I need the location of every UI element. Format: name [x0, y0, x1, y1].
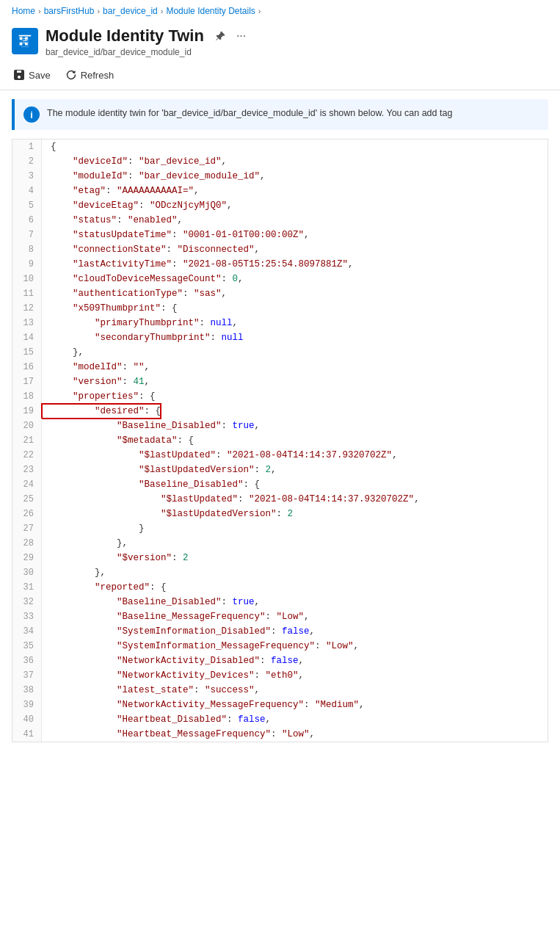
code-line: 29 "$version": 2: [12, 551, 548, 565]
line-number: 21: [12, 433, 42, 448]
info-text: The module identity twin for 'bar_device…: [47, 106, 452, 120]
line-number: 19: [12, 404, 42, 419]
code-editor[interactable]: 1{2 "deviceId": "bar_device_id",3 "modul…: [12, 139, 548, 742]
code-line: 23 "$lastUpdatedVersion": 2,: [12, 463, 548, 477]
line-content: "etag": "AAAAAAAAAAI=",: [42, 184, 200, 198]
line-number: 9: [12, 257, 42, 272]
code-line: 6 "status": "enabled",: [12, 213, 548, 228]
line-content: "SystemInformation_Disabled": false,: [42, 624, 315, 639]
breadcrumb-device[interactable]: bar_device_id: [103, 6, 158, 16]
line-number: 23: [12, 463, 42, 477]
save-button[interactable]: Save: [12, 66, 52, 84]
line-content: },: [42, 345, 84, 360]
breadcrumb-hub[interactable]: barsFirstHub: [44, 6, 95, 16]
code-line: 9 "lastActivityTime": "2021-08-05T15:25:…: [12, 257, 548, 272]
line-content: "deviceId": "bar_device_id",: [42, 154, 227, 169]
line-number: 15: [12, 345, 42, 360]
line-number: 24: [12, 477, 42, 492]
line-content: "NetworkActivity_MessageFrequency": "Med…: [42, 698, 365, 712]
breadcrumb-current[interactable]: Module Identity Details: [166, 6, 255, 16]
line-number: 40: [12, 712, 42, 727]
code-line: 31 "reported": {: [12, 580, 548, 595]
line-number: 7: [12, 228, 42, 242]
line-content: "NetworkActivity_Disabled": false,: [42, 653, 304, 668]
code-line: 4 "etag": "AAAAAAAAAAI=",: [12, 184, 548, 198]
code-line: 21 "$metadata": {: [12, 433, 548, 448]
line-number: 1: [12, 140, 42, 154]
line-content: "$lastUpdatedVersion": 2: [42, 507, 293, 521]
line-content: "Baseline_Disabled": {: [42, 477, 260, 492]
toolbar: Save Refresh: [0, 60, 560, 90]
line-content: "reported": {: [42, 580, 167, 595]
code-line: 10 "cloudToDeviceMessageCount": 0,: [12, 272, 548, 286]
save-icon: [13, 69, 25, 81]
module-twin-icon: [17, 33, 33, 49]
page-title-row: Module Identity Twin ···: [46, 26, 249, 46]
code-line: 25 "$lastUpdated": "2021-08-04T14:14:37.…: [12, 492, 548, 507]
line-content: "$version": 2: [42, 551, 189, 565]
line-content: "status": "enabled",: [42, 213, 183, 228]
line-number: 33: [12, 609, 42, 624]
code-line: 27 }: [12, 521, 548, 536]
line-number: 20: [12, 419, 42, 433]
ellipsis-icon: ···: [236, 29, 246, 43]
breadcrumb-home[interactable]: Home: [12, 6, 35, 16]
line-number: 16: [12, 360, 42, 374]
line-content: "deviceEtag": "ODczNjcyMjQ0",: [42, 198, 233, 213]
line-number: 12: [12, 301, 42, 316]
line-content: "NetworkActivity_Devices": "eth0",: [42, 668, 304, 683]
line-number: 10: [12, 272, 42, 286]
line-content: "$lastUpdated": "2021-08-04T14:14:37.932…: [42, 492, 420, 507]
code-line: 32 "Baseline_Disabled": true,: [12, 595, 548, 609]
code-line: 5 "deviceEtag": "ODczNjcyMjQ0",: [12, 198, 548, 213]
line-content: }: [42, 521, 145, 536]
code-line: 24 "Baseline_Disabled": {: [12, 477, 548, 492]
page-title: Module Identity Twin: [46, 26, 204, 46]
line-number: 34: [12, 624, 42, 639]
line-content: },: [42, 536, 128, 551]
line-number: 41: [12, 727, 42, 742]
code-line: 30 },: [12, 565, 548, 580]
code-line: 15 },: [12, 345, 548, 360]
line-number: 30: [12, 565, 42, 580]
line-number: 4: [12, 184, 42, 198]
code-line: 2 "deviceId": "bar_device_id",: [12, 154, 548, 169]
line-number: 28: [12, 536, 42, 551]
line-number: 2: [12, 154, 42, 169]
line-content: "modelId": "",: [42, 360, 150, 374]
code-line: 38 "latest_state": "success",: [12, 683, 548, 698]
line-number: 39: [12, 698, 42, 712]
code-line: 39 "NetworkActivity_MessageFrequency": "…: [12, 698, 548, 712]
info-icon: i: [23, 106, 40, 123]
refresh-button[interactable]: Refresh: [64, 66, 116, 84]
line-number: 26: [12, 507, 42, 521]
line-content: "version": 41,: [42, 374, 150, 389]
line-content: "properties": {: [42, 389, 156, 404]
line-number: 27: [12, 521, 42, 536]
line-content: {: [42, 140, 57, 154]
line-number: 32: [12, 595, 42, 609]
breadcrumb: Home › barsFirstHub › bar_device_id › Mo…: [0, 0, 560, 22]
info-banner: i The module identity twin for 'bar_devi…: [12, 99, 548, 130]
code-line: 37 "NetworkActivity_Devices": "eth0",: [12, 668, 548, 683]
line-content: "Heartbeat_Disabled": false,: [42, 712, 271, 727]
more-options-button[interactable]: ···: [233, 28, 249, 44]
line-number: 6: [12, 213, 42, 228]
code-line: 1{: [12, 140, 548, 154]
code-line: 11 "authenticationType": "sas",: [12, 286, 548, 301]
code-line: 14 "secondaryThumbprint": null: [12, 330, 548, 345]
line-content: "authenticationType": "sas",: [42, 286, 227, 301]
line-content: "lastActivityTime": "2021-08-05T15:25:54…: [42, 257, 354, 272]
line-number: 13: [12, 316, 42, 330]
code-line: 7 "statusUpdateTime": "0001-01-01T00:00:…: [12, 228, 548, 242]
page-header: Module Identity Twin ··· bar_device_id/b…: [0, 22, 560, 60]
line-content: "Baseline_MessageFrequency": "Low",: [42, 609, 310, 624]
line-number: 5: [12, 198, 42, 213]
save-label: Save: [29, 70, 51, 81]
line-number: 38: [12, 683, 42, 698]
pin-button[interactable]: [211, 29, 229, 43]
line-content: "Baseline_Disabled": true,: [42, 595, 260, 609]
pin-icon: [214, 30, 226, 42]
code-line: 18 "properties": {: [12, 389, 548, 404]
line-content: "$lastUpdatedVersion": 2,: [42, 463, 277, 477]
